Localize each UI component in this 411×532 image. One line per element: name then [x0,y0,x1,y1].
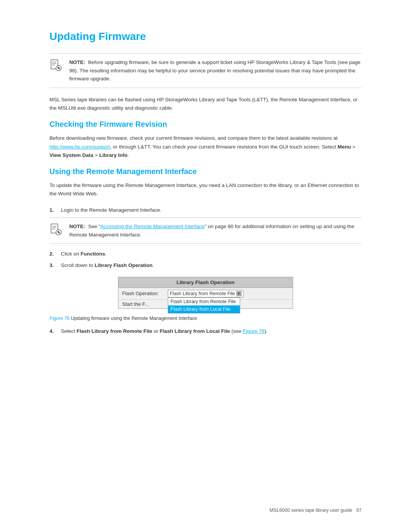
page: Updating Firmware ✎ NOTE: Before upgradi… [0,0,411,532]
note-body-1: Before upgrading firmware, be sure to ge… [69,59,360,81]
section2-intro: To update the firmware using the Remote … [49,181,362,198]
section1-end: . [127,152,129,158]
table-body: Flash Operation: Flash Library from Remo… [118,288,293,308]
gt2: > [93,152,99,158]
svg-text:✎: ✎ [57,66,60,70]
flash-local-bold: Flash Library from Local File [160,328,230,334]
note-text-2: NOTE: See “Accessing the Remote Manageme… [69,222,362,239]
note-box-1: ✎ NOTE: Before upgrading firmware, be su… [49,53,362,88]
flash-operation-dropdown[interactable]: Flash Library from Remote File ▼ Flash L… [168,290,244,297]
section1-text1: Before downloading new firmware, check y… [49,135,338,141]
note-icon-1: ✎ [49,59,65,72]
step-4: 4. Select Flash Library from Remote File… [49,327,362,335]
flash-operation-row: Flash Operation: Flash Library from Remo… [118,288,293,300]
view-system-data-bold: View System Data [49,152,93,158]
figure76-link[interactable]: Figure 76 [243,328,264,334]
intro-paragraph: MSL Series tape libraries can be flashed… [49,96,362,113]
step-4-text: Select Flash Library from Remote File or… [61,327,268,335]
dropdown-select[interactable]: Flash Library from Remote File ▼ [168,290,244,297]
note-text-1: NOTE: Before upgrading firmware, be sure… [69,58,362,83]
flash-remote-bold: Flash Library from Remote File [76,328,152,334]
gt1: > [351,144,355,150]
step-4-num: 4. [49,327,59,335]
library-flash-bold: Library Flash Operation [95,262,153,268]
step-1-num: 1. [49,206,59,214]
step-2: 2. Click on Functions. [49,250,362,258]
step-2-num: 2. [49,250,59,258]
rmi-link[interactable]: Accessing the Remote Management Interfac… [100,224,205,229]
note-label-1: NOTE: [69,59,85,65]
dropdown-current-value: Flash Library from Remote File [170,291,235,296]
menu-bold: Menu [338,144,351,150]
section1-heading: Checking the Firmware Revision [49,120,362,129]
step-2-pre: Click on [61,251,81,257]
dropdown-menu: Flash Library from Remote File Flash Lib… [168,297,240,313]
note-label-2: NOTE: [69,224,85,229]
section2-heading: Using the Remote Management Interface [49,167,362,176]
section1-text2: , or through L&TT. You can check your cu… [110,144,338,150]
note-icon-2: ✎ [49,223,65,236]
library-flash-table: Library Flash Operation Flash Operation:… [118,277,293,309]
step-1-text: Login to the Remote Management Interface… [61,206,161,214]
footer-text: MSL6000 series tape library user guide 9… [269,508,362,513]
table-header: Library Flash Operation [118,277,293,288]
section1-body: Before downloading new firmware, check y… [49,134,362,160]
footer: MSL6000 series tape library user guide 9… [269,508,362,513]
note-box-2: ✎ NOTE: See “Accessing the Remote Manage… [49,217,362,244]
library-info-bold: Library Info [99,152,127,158]
hp-support-link[interactable]: http://www.hp.com/support [49,144,110,150]
step-1: 1. Login to the Remote Management Interf… [49,206,362,214]
step-4-middle: or [152,328,160,334]
start-label: Start the F... [122,301,149,307]
step-3-text: Scroll down to Library Flash Operation. [61,261,154,270]
footer-document-name: MSL6000 series tape library user guide [269,508,352,513]
step-3-end: . [153,262,154,268]
dropdown-arrow[interactable]: ▼ [236,291,242,296]
footer-page-number: 97 [356,508,362,513]
step-2-end: . [105,251,107,257]
figure-caption-text: Updating firmware using the Remote Manag… [70,316,197,321]
figure-caption: Figure 76 Updating firmware using the Re… [49,316,362,321]
page-title: Updating Firmware [49,30,362,43]
dropdown-option-2[interactable]: Flash Library from Local File [168,305,240,313]
flash-operation-label: Flash Operation: [122,291,168,296]
step-4-end: (see [230,328,241,334]
note-see-text: See “ [88,224,100,229]
functions-bold: Functions [81,251,105,257]
dropdown-option-1[interactable]: Flash Library from Remote File [168,298,240,305]
step-3-pre: Scroll down to [61,262,95,268]
step-2-text: Click on Functions. [61,250,107,258]
step-4-final: ). [264,328,268,334]
figure-label: Figure 76 [49,316,70,321]
svg-text:✎: ✎ [57,230,60,235]
step-3-num: 3. [49,261,59,270]
step-4-pre: Select [61,328,76,334]
step-3: 3. Scroll down to Library Flash Operatio… [49,261,362,270]
